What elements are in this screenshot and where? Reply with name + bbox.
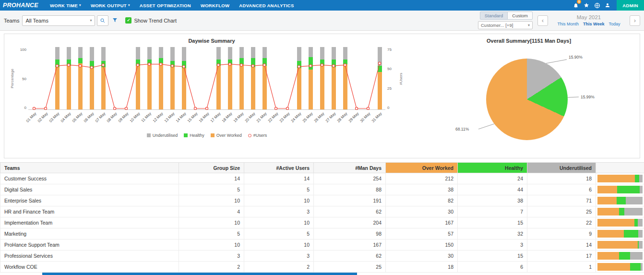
bar-03-may[interactable] [51,48,63,109]
filter-funnel-icon[interactable] [112,18,118,23]
bar-02-may[interactable] [40,48,51,109]
bar-09-may[interactable] [120,48,132,109]
bar-18-may[interactable] [224,48,236,109]
bar-28-may[interactable] [339,48,351,109]
col-header-healthy[interactable]: Healthy [458,163,527,173]
bar-05-may[interactable] [74,48,86,109]
menu-item-label: WORK OUTPUT [91,3,127,8]
menu-item-label: WORKFLOW [201,3,229,8]
bar-26-may[interactable] [316,48,328,109]
bar-04-may[interactable] [63,48,74,109]
prev-period-button[interactable]: ‹ [537,15,548,26]
bar-29-may[interactable] [351,48,362,109]
checkbox-check-icon: ✓ [125,17,131,24]
globe-icon[interactable] [592,0,602,11]
cell-healthy: 15 [458,251,527,262]
bar-20-may[interactable] [247,48,259,109]
bar-01-may[interactable] [28,48,40,109]
y-tick-label: 25 [387,86,392,91]
link-this-week[interactable]: This Week [583,22,604,26]
legend-item-underutilised[interactable]: Underutilised [147,133,178,138]
cell-group-size: 4 [179,206,244,217]
pie-leader-lines [419,48,639,151]
link-this-month[interactable]: This Month [558,22,579,26]
menu-item-workflow[interactable]: WORKFLOW [196,0,234,11]
col-header-group-size[interactable]: Group Size [179,163,244,173]
square-swatch-icon [211,133,215,137]
col-header-chart[interactable] [596,163,644,173]
teams-select[interactable]: All Teams ▾ [22,15,95,26]
menu-item-work-time[interactable]: WORK TIME▾ [45,0,86,11]
legend-item-over-worked[interactable]: Over Worked [211,133,242,138]
cell-man-days: 88 [314,184,386,195]
bar-13-may[interactable] [167,48,178,109]
col-header-active-users[interactable]: #Active Users [244,163,314,173]
cell-active-users: 14 [244,173,314,184]
bar-30-may[interactable] [362,48,374,109]
favorites-star-icon[interactable] [581,0,592,11]
cell-group-size: 5 [179,228,244,239]
bar-31-may[interactable] [374,48,385,109]
bar-24-may[interactable] [293,48,305,109]
notifications-bell-icon[interactable]: 0 [571,0,581,11]
row-stacked-bar [597,252,643,260]
bar-14-may[interactable] [178,48,190,109]
bar-25-may[interactable] [305,48,316,109]
bar-23-may[interactable] [282,48,293,109]
col-header-man-days[interactable]: #Man Days [314,163,386,173]
bar-16-may[interactable] [201,48,213,109]
right-axis-ticks: 7550250 [385,48,398,110]
scrollbar-thumb[interactable] [42,273,357,275]
legend-item-healthy[interactable]: Healthy [184,133,204,138]
horizontal-scrollbar [0,273,644,275]
admin-button[interactable]: ADMIN [617,0,644,11]
table-row-professional-services[interactable]: Professional Services3362301517 [0,251,644,262]
table-row-workflow-coe[interactable]: Workflow COE22251861 [0,262,644,273]
custom-tab[interactable]: Custom [507,12,533,20]
legend-item-users[interactable]: #Users [248,133,267,138]
main-menu: WORK TIME▾WORK OUTPUT▾ASSET OPTIMIZATION… [45,0,299,11]
x-axis-label: 16 May [198,111,210,123]
table-row-digital-sales[interactable]: Digital Sales558838446 [0,184,644,195]
next-period-button[interactable]: › [630,15,640,26]
standard-tab[interactable]: Standard [480,12,508,20]
table-row-enterprise-sales[interactable]: Enterprise Sales1010191823871 [0,195,644,206]
bar-10-may[interactable] [132,48,143,109]
cell-group-size: 10 [179,239,244,251]
bar-17-may[interactable] [213,48,224,109]
col-header-underutilised[interactable]: Underutilised [527,163,596,173]
user-icon[interactable] [602,0,613,11]
table-body: Customer Success14142542122418Digital Sa… [0,173,644,273]
table-row-customer-success[interactable]: Customer Success14142542122418 [0,173,644,184]
table-row-prohance-support-team[interactable]: ProHance Support Team1010167150314 [0,239,644,251]
bar-12-may[interactable] [155,48,167,109]
cell-over-worked: 38 [386,184,458,195]
bar-11-may[interactable] [143,48,155,109]
table-row-marketing[interactable]: Marketing559857329 [0,228,644,239]
bar-08-may[interactable] [109,48,120,109]
show-trend-chart-checkbox[interactable]: ✓ Show Trend Chart [125,17,177,24]
search-button[interactable] [97,15,108,26]
bar-21-may[interactable] [259,48,270,109]
table-row-implementation-team[interactable]: Implementation Team10102041671522 [0,217,644,228]
bar-07-may[interactable] [97,48,109,109]
overall-title: Overall Summary[1151 Man Days] [419,38,639,44]
brand-logo[interactable]: PROHANCE [0,2,45,9]
bar-06-may[interactable] [86,48,97,109]
cell-group-size: 2 [179,262,244,273]
customer-filter-dropdown[interactable]: Customer... [+9] ▾ [478,21,533,29]
table-row-hr-and-finance-team[interactable]: HR and Finance Team436230725 [0,206,644,217]
cell-team: Enterprise Sales [0,195,179,206]
menu-item-work-output[interactable]: WORK OUTPUT▾ [86,0,135,11]
x-axis-label: 02 May [36,111,48,123]
link-today[interactable]: Today [608,22,620,26]
menu-item-asset-optimization[interactable]: ASSET OPTIMIZATION [135,0,196,11]
menu-item-advanced-analytics[interactable]: ADVANCED ANALYTICS [234,0,298,11]
col-header-over-worked[interactable]: Over Worked [386,163,458,173]
bar-27-may[interactable] [328,48,339,109]
bar-15-may[interactable] [190,48,201,109]
cell-team: Implementation Team [0,217,179,228]
bar-22-may[interactable] [270,48,282,109]
col-header-teams[interactable]: Teams [0,163,179,173]
bar-19-may[interactable] [236,48,247,109]
